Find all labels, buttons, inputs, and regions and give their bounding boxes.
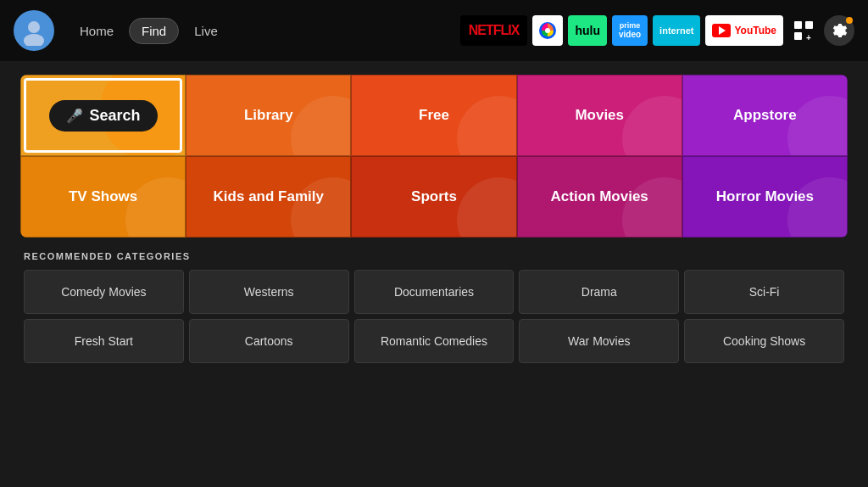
rec-cell-3[interactable]: Drama (519, 270, 679, 314)
rec-cell-0[interactable]: Comedy Movies (24, 270, 184, 314)
action-movies-cell[interactable]: Action Movies (517, 156, 682, 238)
svg-point-0 (28, 21, 40, 33)
movies-cell[interactable]: Movies (517, 75, 682, 156)
youtube-play-icon (712, 24, 731, 37)
horror-movies-label: Horror Movies (716, 188, 814, 205)
avatar[interactable] (14, 10, 54, 51)
appstore-cell[interactable]: Appstore (682, 75, 848, 156)
tvshows-label: TV Shows (69, 188, 137, 205)
search-cell[interactable]: 🎤 Search (20, 75, 186, 156)
sports-cell[interactable]: Sports (351, 156, 516, 238)
service-logos: NETFLIX hulu prime video internet YouTub… (460, 15, 854, 46)
svg-rect-6 (794, 32, 802, 40)
nav-links: Home Find Live (68, 18, 230, 44)
free-cell[interactable]: Free (351, 75, 516, 156)
action-movies-label: Action Movies (551, 188, 648, 205)
rec-cell-8[interactable]: War Movies (519, 319, 679, 363)
peacock-logo[interactable] (532, 15, 563, 46)
main-content: 🎤 Search Library Free Movies Appstore TV… (0, 61, 868, 373)
settings-notification-dot (846, 17, 853, 24)
rec-cell-4[interactable]: Sci-Fi (684, 270, 844, 314)
header: Home Find Live NETFLIX hulu prime video … (0, 0, 868, 61)
netflix-logo[interactable]: NETFLIX (460, 15, 528, 46)
rec-cell-5[interactable]: Fresh Start (24, 319, 184, 363)
svg-point-1 (24, 34, 44, 46)
recommended-grid: Comedy MoviesWesternsDocumentariesDramaS… (24, 270, 844, 363)
rec-cell-2[interactable]: Documentaries (354, 270, 515, 314)
rec-cell-9[interactable]: Cooking Shows (684, 319, 844, 363)
nav-home[interactable]: Home (68, 19, 125, 43)
nav-find[interactable]: Find (129, 18, 179, 44)
rec-cell-6[interactable]: Cartoons (189, 319, 349, 363)
sports-label: Sports (411, 188, 457, 205)
rec-cell-7[interactable]: Romantic Comedies (354, 319, 515, 363)
library-cell[interactable]: Library (186, 75, 351, 156)
settings-icon[interactable] (824, 15, 854, 46)
prime-logo[interactable]: prime video (612, 15, 648, 46)
youtube-logo[interactable]: YouTube (705, 15, 783, 46)
hulu-logo[interactable]: hulu (568, 15, 607, 46)
apps-grid-icon[interactable]: + (788, 15, 819, 46)
search-label: Search (90, 107, 141, 125)
mic-icon: 🎤 (66, 108, 83, 124)
movies-label: Movies (575, 107, 624, 124)
appstore-label: Appstore (733, 107, 797, 124)
search-pill: 🎤 Search (49, 100, 158, 132)
recommended-section: RECOMMENDED CATEGORIES Comedy MoviesWest… (20, 251, 848, 363)
category-grid: 🎤 Search Library Free Movies Appstore TV… (20, 75, 848, 238)
svg-point-3 (545, 28, 550, 33)
horror-movies-cell[interactable]: Horror Movies (682, 156, 848, 238)
recommended-title: RECOMMENDED CATEGORIES (24, 251, 844, 261)
kids-cell[interactable]: Kids and Family (186, 156, 351, 238)
library-label: Library (244, 107, 293, 124)
tvshows-cell[interactable]: TV Shows (20, 156, 186, 238)
svg-rect-5 (805, 21, 813, 29)
free-label: Free (419, 107, 449, 124)
svg-rect-4 (794, 21, 802, 29)
svg-text:+: + (806, 33, 811, 42)
nav-live[interactable]: Live (182, 19, 230, 43)
kids-label: Kids and Family (214, 188, 324, 205)
rec-cell-1[interactable]: Westerns (189, 270, 349, 314)
internet-logo[interactable]: internet (653, 15, 700, 46)
